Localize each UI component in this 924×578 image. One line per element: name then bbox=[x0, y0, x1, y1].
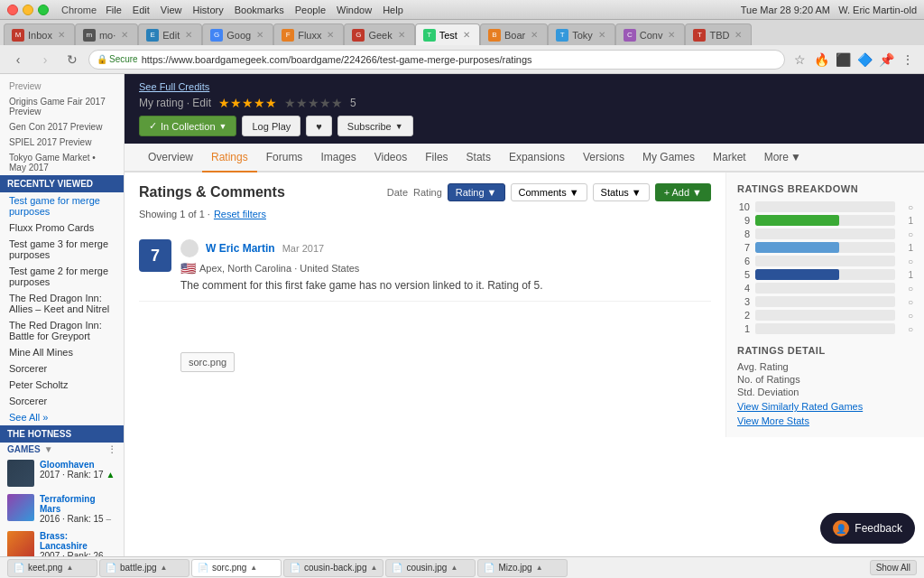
games-options[interactable]: ⋮ bbox=[107, 444, 116, 454]
tab-files[interactable]: Files bbox=[416, 144, 457, 172]
tab-close-inbox[interactable]: ✕ bbox=[56, 29, 67, 41]
address-bar[interactable]: 🔒 Secure https://www.boardgamegeek.com/b… bbox=[88, 50, 785, 70]
rating-sort-button[interactable]: Rating ▼ bbox=[448, 183, 505, 201]
reset-filters-link[interactable]: Reset filters bbox=[214, 209, 266, 219]
tab-flux[interactable]: F Fluxx ✕ bbox=[273, 23, 344, 45]
forward-button[interactable]: › bbox=[34, 49, 56, 70]
menu-file[interactable]: File bbox=[106, 5, 122, 15]
add-button[interactable]: + Add ▼ bbox=[655, 183, 711, 201]
shield-extension[interactable]: 🔷 bbox=[855, 51, 873, 69]
download-sorc[interactable]: 📄 sorc.png ▲ bbox=[191, 559, 282, 577]
heart-button[interactable]: ♥ bbox=[306, 116, 332, 136]
tab-market[interactable]: Market bbox=[704, 144, 755, 172]
view-similar-link[interactable]: View Similarly Rated Games bbox=[737, 401, 913, 412]
view-more-stats-link[interactable]: View More Stats bbox=[737, 415, 913, 426]
back-button[interactable]: ‹ bbox=[7, 49, 29, 70]
minimize-button[interactable] bbox=[23, 5, 33, 15]
tab-ratings[interactable]: Ratings bbox=[202, 144, 257, 172]
tab-mygames[interactable]: My Games bbox=[633, 144, 704, 172]
pinterest-extension[interactable]: 📌 bbox=[877, 51, 895, 69]
tab-geek[interactable]: G Geek ✕ bbox=[344, 23, 414, 45]
menu-history[interactable]: History bbox=[192, 5, 223, 15]
sidebar-item-sorcerer2[interactable]: Sorcerer bbox=[0, 393, 124, 409]
tab-edit[interactable]: E Edit ✕ bbox=[138, 23, 202, 45]
tab-close-test[interactable]: ✕ bbox=[461, 29, 472, 41]
tab-close-toky[interactable]: ✕ bbox=[596, 29, 607, 41]
menu-bookmarks[interactable]: Bookmarks bbox=[235, 5, 284, 15]
tab-close-flux[interactable]: ✕ bbox=[325, 29, 336, 41]
download-chevron-cousin[interactable]: ▲ bbox=[450, 564, 457, 572]
in-collection-button[interactable]: ✓ In Collection ▼ bbox=[139, 116, 236, 136]
tab-inbox[interactable]: M Inbox ✕ bbox=[4, 23, 75, 45]
hotness-game-gloomhaven[interactable]: Gloomhaven 2017 · Rank: 17 ▲ bbox=[0, 456, 124, 490]
download-cousin-back[interactable]: 📄 cousin-back.jpg ▲ bbox=[283, 559, 383, 577]
sidebar-item-test2[interactable]: Test game 2 for merge purposes bbox=[0, 263, 124, 290]
sidebar-item-red-dragon2[interactable]: The Red Dragon Inn: Battle for Greyport bbox=[0, 317, 124, 344]
sidebar-item-mine[interactable]: Mine All Mines bbox=[0, 344, 124, 360]
status-sort-button[interactable]: Status ▼ bbox=[593, 183, 650, 201]
sidebar-item-peter[interactable]: Peter Scholtz bbox=[0, 377, 124, 393]
menu-help[interactable]: Help bbox=[383, 5, 403, 15]
menu-people[interactable]: People bbox=[295, 5, 326, 15]
tab-tbd[interactable]: T TBD ✕ bbox=[685, 23, 752, 45]
subscribe-button[interactable]: Subscribe ▼ bbox=[337, 116, 413, 136]
download-cousin[interactable]: 📄 cousin.jpg ▲ bbox=[385, 559, 476, 577]
menu-view[interactable]: View bbox=[161, 5, 182, 15]
bgg-extension[interactable]: 🔥 bbox=[812, 51, 830, 69]
tab-expansions[interactable]: Expansions bbox=[500, 144, 574, 172]
sidebar-item-tokyo[interactable]: Tokyo Game Market • May 2017 bbox=[0, 150, 124, 175]
sidebar-item-test3[interactable]: Test game 3 for merge purposes bbox=[0, 236, 124, 263]
tab-close-boar[interactable]: ✕ bbox=[529, 29, 540, 41]
download-keet[interactable]: 📄 keet.png ▲ bbox=[7, 559, 97, 577]
tab-test[interactable]: T Test ✕ bbox=[415, 23, 480, 45]
sidebar-item-spiel[interactable]: SPIEL 2017 Preview bbox=[0, 135, 124, 150]
menu-icon[interactable]: ⋮ bbox=[899, 51, 917, 69]
tab-overview[interactable]: Overview bbox=[139, 144, 202, 172]
download-chevron-keet[interactable]: ▲ bbox=[66, 564, 73, 572]
tab-close-conv[interactable]: ✕ bbox=[666, 29, 677, 41]
see-full-credits[interactable]: See Full Credits bbox=[139, 81, 910, 92]
tab-more[interactable]: More ▼ bbox=[755, 144, 810, 172]
sidebar-item-fluxx[interactable]: Fluxx Promo Cards bbox=[0, 219, 124, 236]
download-battle[interactable]: 📄 battle.jpg ▲ bbox=[99, 559, 189, 577]
menu-edit[interactable]: Edit bbox=[133, 5, 150, 15]
show-all-button[interactable]: Show All bbox=[870, 560, 917, 575]
tab-close-goog1[interactable]: ✕ bbox=[254, 29, 265, 41]
tab-forums[interactable]: Forums bbox=[257, 144, 312, 172]
entry-username[interactable]: W Eric Martin bbox=[206, 242, 275, 255]
reload-button[interactable]: ↻ bbox=[61, 49, 83, 70]
sidebar-item-gencon[interactable]: Gen Con 2017 Preview bbox=[0, 119, 124, 135]
tab-videos[interactable]: Videos bbox=[365, 144, 416, 172]
tab-goog1[interactable]: G Goog ✕ bbox=[202, 23, 273, 45]
tab-conv[interactable]: C Conv ✕ bbox=[615, 23, 686, 45]
tab-toky[interactable]: T Toky ✕ bbox=[548, 23, 615, 45]
tab-mo[interactable]: m mo· ✕ bbox=[75, 23, 138, 45]
sidebar-item-preview[interactable]: Preview bbox=[0, 78, 124, 94]
close-button[interactable] bbox=[7, 5, 18, 15]
tab-close-mo[interactable]: ✕ bbox=[119, 29, 130, 41]
download-chevron-cousin-back[interactable]: ▲ bbox=[370, 564, 377, 572]
bookmark-icon[interactable]: ☆ bbox=[790, 51, 808, 69]
tab-images[interactable]: Images bbox=[311, 144, 365, 172]
sidebar-item-sorcerer1[interactable]: Sorcerer bbox=[0, 360, 124, 377]
layers-extension[interactable]: ⬛ bbox=[834, 51, 852, 69]
fullscreen-button[interactable] bbox=[38, 5, 49, 15]
download-mizo[interactable]: 📄 Mizo.jpg ▲ bbox=[477, 559, 568, 577]
tab-stats[interactable]: Stats bbox=[457, 144, 500, 172]
menu-window[interactable]: Window bbox=[337, 5, 372, 15]
sidebar-item-test-game[interactable]: Test game for merge purposes bbox=[0, 192, 124, 219]
hotness-game-brass[interactable]: Brass: Lancashire 2007 · Rank: 26 bbox=[0, 527, 124, 556]
tab-versions[interactable]: Versions bbox=[574, 144, 633, 172]
download-chevron-sorc[interactable]: ▲ bbox=[250, 564, 257, 572]
feedback-button[interactable]: 👤 Feedback bbox=[820, 513, 915, 544]
tab-close-edit[interactable]: ✕ bbox=[183, 29, 194, 41]
download-chevron-mizo[interactable]: ▲ bbox=[536, 564, 543, 572]
tab-boar[interactable]: B Boar ✕ bbox=[480, 23, 548, 45]
games-dropdown[interactable]: ▼ bbox=[44, 444, 53, 454]
see-all-link[interactable]: See All » bbox=[0, 409, 124, 425]
download-chevron-battle[interactable]: ▲ bbox=[161, 564, 168, 572]
tab-close-tbd[interactable]: ✕ bbox=[733, 29, 744, 41]
log-play-button[interactable]: Log Play bbox=[242, 116, 300, 136]
tab-close-geek[interactable]: ✕ bbox=[396, 29, 407, 41]
comments-sort-button[interactable]: Comments ▼ bbox=[511, 183, 587, 201]
